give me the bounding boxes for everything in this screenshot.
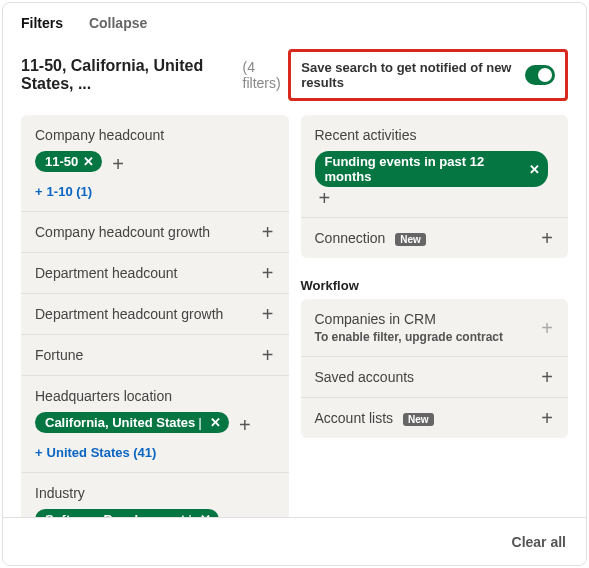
filter-account-lists[interactable]: Account lists New + xyxy=(301,398,569,438)
filter-connection[interactable]: Connection New + xyxy=(301,218,569,258)
filter-title: Companies in CRM xyxy=(315,311,555,327)
save-search-toggle[interactable] xyxy=(525,65,555,85)
new-badge: New xyxy=(395,233,426,246)
expand-icon[interactable]: + xyxy=(259,223,277,241)
remove-icon[interactable]: ✕ xyxy=(529,162,540,177)
filter-title: Headquarters location xyxy=(35,388,275,404)
expand-icon[interactable]: + xyxy=(259,264,277,282)
expand-icon: + xyxy=(538,319,556,337)
filter-summary: 11-50, California, United States, ... xyxy=(21,57,237,93)
group-workflow: Workflow xyxy=(301,268,569,299)
filter-fortune[interactable]: Fortune + xyxy=(21,335,289,376)
filter-title: Company headcount xyxy=(35,127,275,143)
add-icon[interactable]: + xyxy=(239,418,251,432)
filter-department-headcount[interactable]: Department headcount + xyxy=(21,253,289,294)
chip-activity[interactable]: Funding events in past 12 months ✕ xyxy=(315,151,549,187)
filter-companies-crm: Companies in CRM To enable filter, upgra… xyxy=(301,299,569,357)
filter-company-headcount[interactable]: Company headcount 11-50 ✕ + +1-10 (1) xyxy=(21,115,289,212)
include-suggestion[interactable]: +United States (41) xyxy=(35,445,275,460)
tab-filters[interactable]: Filters xyxy=(21,15,63,31)
filter-title: Company headcount growth xyxy=(35,224,210,240)
tab-collapse[interactable]: Collapse xyxy=(89,15,147,31)
include-suggestion[interactable]: +1-10 (1) xyxy=(35,184,275,199)
new-badge: New xyxy=(403,413,434,426)
chip-label: California, United States xyxy=(45,415,195,430)
chip-label: Funding events in past 12 months xyxy=(325,154,525,184)
remove-icon[interactable]: ✕ xyxy=(210,415,221,430)
chip-hq[interactable]: California, United States | ✕ xyxy=(35,412,229,433)
filter-title: Connection xyxy=(315,230,386,246)
expand-icon[interactable]: + xyxy=(538,229,556,247)
filter-title: Department headcount growth xyxy=(35,306,223,322)
add-icon[interactable]: + xyxy=(319,191,331,205)
filter-title: Account lists xyxy=(315,410,394,426)
chip-label: 11-50 xyxy=(45,154,78,169)
filter-headquarters[interactable]: Headquarters location California, United… xyxy=(21,376,289,473)
expand-icon[interactable]: + xyxy=(538,409,556,427)
clear-all-button[interactable]: Clear all xyxy=(512,534,566,550)
save-search-callout: Save search to get notified of new resul… xyxy=(288,49,568,101)
filter-title: Fortune xyxy=(35,347,83,363)
filter-headcount-growth[interactable]: Company headcount growth + xyxy=(21,212,289,253)
include-label: 1-10 (1) xyxy=(47,184,93,199)
filter-count: (4 filters) xyxy=(243,59,289,91)
filter-recent-activities[interactable]: Recent activities Funding events in past… xyxy=(301,115,569,218)
filter-title: Department headcount xyxy=(35,265,177,281)
add-icon[interactable]: + xyxy=(112,157,124,171)
upgrade-note: To enable filter, upgrade contract xyxy=(315,330,555,344)
save-search-label: Save search to get notified of new resul… xyxy=(301,60,515,90)
chip-headcount[interactable]: 11-50 ✕ xyxy=(35,151,102,172)
filter-title: Saved accounts xyxy=(315,369,415,385)
expand-icon[interactable]: + xyxy=(259,346,277,364)
expand-icon[interactable]: + xyxy=(538,368,556,386)
remove-icon[interactable]: ✕ xyxy=(83,154,94,169)
filter-title: Recent activities xyxy=(315,127,555,143)
expand-icon[interactable]: + xyxy=(259,305,277,323)
filter-saved-accounts[interactable]: Saved accounts + xyxy=(301,357,569,398)
filter-department-growth[interactable]: Department headcount growth + xyxy=(21,294,289,335)
include-label: United States (41) xyxy=(47,445,157,460)
filter-title: Industry xyxy=(35,485,275,501)
